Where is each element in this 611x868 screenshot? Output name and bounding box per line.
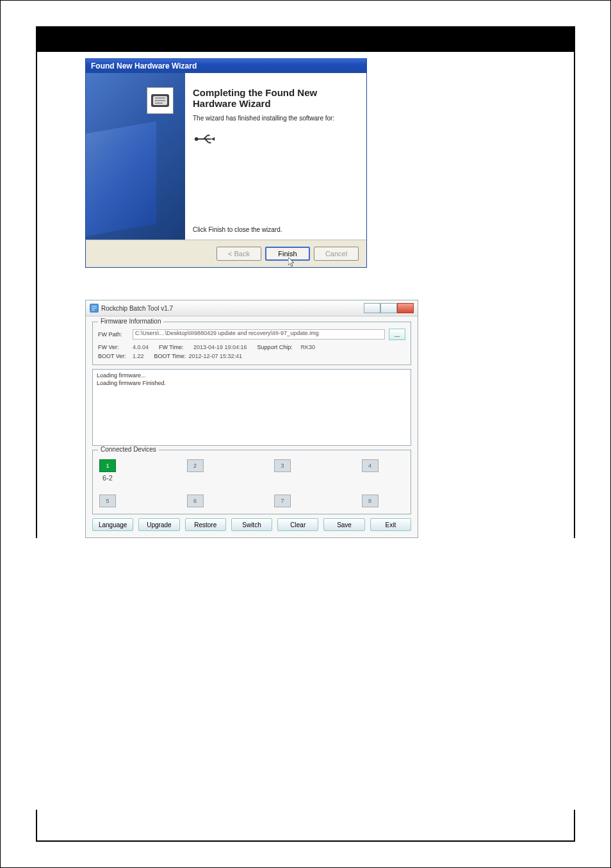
device-icon bbox=[147, 87, 174, 114]
device-slot-8[interactable]: 8 bbox=[362, 495, 379, 507]
support-chip-label: Support Chip: bbox=[257, 344, 298, 350]
device-slot-3[interactable]: 3 bbox=[274, 459, 291, 472]
language-button[interactable]: Language bbox=[92, 518, 133, 531]
app-icon bbox=[90, 304, 99, 313]
device-slot-1-sub: 6-2 bbox=[102, 474, 113, 482]
boot-ver-label: BOOT Ver: bbox=[98, 353, 130, 359]
device-slot-1[interactable]: 1 bbox=[99, 459, 116, 472]
wizard-sidebar-graphic bbox=[86, 73, 185, 240]
log-line: Loading firmware... bbox=[97, 372, 407, 380]
clear-button[interactable]: Clear bbox=[277, 518, 318, 531]
devices-legend: Connected Devices bbox=[98, 446, 159, 453]
usb-icon bbox=[193, 133, 354, 146]
fw-path-label: FW Path: bbox=[98, 331, 129, 338]
device-slot-5[interactable]: 5 bbox=[99, 495, 116, 507]
back-button: < Back bbox=[216, 247, 261, 261]
device-slot-6[interactable]: 6 bbox=[187, 495, 204, 507]
restore-button[interactable]: Restore bbox=[185, 518, 226, 531]
switch-button[interactable]: Switch bbox=[231, 518, 272, 531]
content-area: Found New Hardware Wizard Completing the… bbox=[36, 52, 575, 538]
device-slot-7[interactable]: 7 bbox=[274, 495, 291, 507]
log-area: Loading firmware... Loading firmware Fin… bbox=[92, 369, 411, 446]
page-header-bar bbox=[36, 26, 575, 52]
upgrade-button[interactable]: Upgrade bbox=[138, 518, 179, 531]
boot-time-value: 2012-12-07 15:32:41 bbox=[189, 353, 243, 359]
cancel-button: Cancel bbox=[314, 247, 359, 261]
boot-ver-value: 1.22 bbox=[133, 353, 144, 359]
minimize-button[interactable] bbox=[364, 303, 380, 313]
fw-ver-value: 4.0.04 bbox=[133, 344, 149, 350]
log-line: Loading firmware Finished. bbox=[97, 380, 407, 388]
support-chip-value: RK30 bbox=[301, 344, 316, 350]
rockchip-titlebar: Rockchip Batch Tool v1.7 bbox=[86, 300, 418, 316]
wizard-titlebar: Found New Hardware Wizard bbox=[86, 59, 366, 73]
wizard-heading: Completing the Found New Hardware Wizard bbox=[193, 87, 354, 110]
fw-time-label: FW Time: bbox=[159, 344, 191, 350]
wizard-window: Found New Hardware Wizard Completing the… bbox=[85, 58, 367, 268]
fw-path-value: C:\Users\…\Desktop\III9880429 update and… bbox=[133, 329, 385, 340]
connected-devices-group: Connected Devices 1 6-2 2 3 4 5 6 7 8 bbox=[92, 450, 411, 514]
firmware-info-legend: Firmware Information bbox=[98, 318, 163, 325]
rockchip-title: Rockchip Batch Tool v1.7 bbox=[101, 305, 364, 312]
device-slot-4[interactable]: 4 bbox=[362, 459, 379, 472]
maximize-button[interactable] bbox=[380, 303, 397, 313]
wizard-subtext: The wizard has finished installing the s… bbox=[193, 115, 354, 122]
wizard-title: Found New Hardware Wizard bbox=[91, 61, 197, 70]
finish-button[interactable]: Finish bbox=[265, 247, 310, 261]
boot-time-label: BOOT Time: bbox=[154, 353, 186, 359]
firmware-info-group: Firmware Information FW Path: C:\Users\…… bbox=[92, 322, 411, 365]
exit-button[interactable]: Exit bbox=[370, 518, 411, 531]
close-button[interactable] bbox=[397, 303, 414, 313]
browse-button[interactable]: ... bbox=[389, 329, 405, 340]
page-footer-bar bbox=[36, 810, 575, 842]
rockchip-window: Rockchip Batch Tool v1.7 Firmware Inform… bbox=[85, 300, 418, 538]
wizard-close-text: Click Finish to close the wizard. bbox=[193, 226, 282, 233]
fw-time-value: 2013-04-19 19:04:16 bbox=[193, 344, 247, 350]
fw-ver-label: FW Ver: bbox=[98, 344, 130, 350]
device-slot-2[interactable]: 2 bbox=[187, 459, 204, 472]
save-button[interactable]: Save bbox=[323, 518, 364, 531]
